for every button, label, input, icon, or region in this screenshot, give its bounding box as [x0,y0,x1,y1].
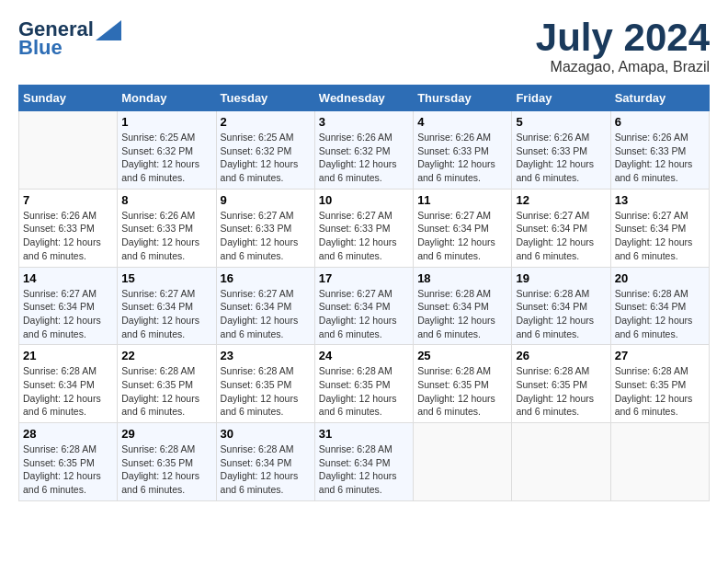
calendar-cell [610,423,709,501]
day-number: 24 [319,349,409,362]
day-info: Sunrise: 6:28 AMSunset: 6:35 PMDaylight:… [121,442,211,497]
calendar-cell: 17Sunrise: 6:27 AMSunset: 6:34 PMDayligh… [314,267,413,345]
day-info: Sunrise: 6:27 AMSunset: 6:34 PMDaylight:… [121,287,211,341]
day-number: 21 [23,349,113,362]
day-info: Sunrise: 6:27 AMSunset: 6:34 PMDaylight:… [221,287,311,341]
day-info: Sunrise: 6:27 AMSunset: 6:34 PMDaylight:… [23,287,113,341]
day-info: Sunrise: 6:26 AMSunset: 6:33 PMDaylight:… [417,131,507,185]
day-number: 30 [221,427,311,441]
calendar-cell: 22Sunrise: 6:28 AMSunset: 6:35 PMDayligh… [118,345,216,423]
calendar-cell: 28Sunrise: 6:28 AMSunset: 6:35 PMDayligh… [19,423,118,501]
calendar-cell: 7Sunrise: 6:26 AMSunset: 6:33 PMDaylight… [19,189,118,267]
day-info: Sunrise: 6:28 AMSunset: 6:34 PMDaylight:… [23,364,113,419]
calendar-cell: 10Sunrise: 6:27 AMSunset: 6:33 PMDayligh… [314,189,413,267]
day-number: 6 [615,115,705,129]
calendar-cell: 23Sunrise: 6:28 AMSunset: 6:35 PMDayligh… [216,345,314,423]
day-number: 17 [319,271,409,285]
day-info: Sunrise: 6:28 AMSunset: 6:34 PMDaylight:… [221,442,311,497]
calendar-cell: 26Sunrise: 6:28 AMSunset: 6:35 PMDayligh… [512,345,610,423]
day-info: Sunrise: 6:27 AMSunset: 6:34 PMDaylight:… [516,209,606,263]
day-number: 23 [221,349,311,362]
calendar-table: SundayMondayTuesdayWednesdayThursdayFrid… [18,85,710,501]
calendar-cell: 2Sunrise: 6:25 AMSunset: 6:32 PMDaylight… [216,111,314,190]
day-info: Sunrise: 6:28 AMSunset: 6:34 PMDaylight:… [615,287,705,341]
header-day-monday: Monday [118,86,216,111]
calendar-week-row: 1Sunrise: 6:25 AMSunset: 6:32 PMDaylight… [19,111,710,190]
day-info: Sunrise: 6:27 AMSunset: 6:34 PMDaylight:… [417,209,507,263]
day-number: 5 [516,115,606,129]
calendar-cell: 24Sunrise: 6:28 AMSunset: 6:35 PMDayligh… [314,345,413,423]
calendar-body: 1Sunrise: 6:25 AMSunset: 6:32 PMDaylight… [19,111,710,501]
calendar-cell: 27Sunrise: 6:28 AMSunset: 6:35 PMDayligh… [610,345,709,423]
day-number: 25 [417,349,507,362]
calendar-cell: 11Sunrise: 6:27 AMSunset: 6:34 PMDayligh… [414,189,512,267]
day-number: 20 [615,271,705,285]
day-info: Sunrise: 6:27 AMSunset: 6:34 PMDaylight:… [615,209,705,263]
day-number: 1 [121,115,211,129]
calendar-cell: 30Sunrise: 6:28 AMSunset: 6:34 PMDayligh… [216,423,314,501]
day-info: Sunrise: 6:27 AMSunset: 6:33 PMDaylight:… [221,209,311,263]
day-info: Sunrise: 6:28 AMSunset: 6:34 PMDaylight:… [516,287,606,341]
day-info: Sunrise: 6:28 AMSunset: 6:34 PMDaylight:… [319,442,409,497]
day-info: Sunrise: 6:25 AMSunset: 6:32 PMDaylight:… [221,131,311,185]
header-day-saturday: Saturday [610,86,709,111]
header-day-tuesday: Tuesday [216,86,314,111]
logo-icon [96,20,121,40]
calendar-cell: 16Sunrise: 6:27 AMSunset: 6:34 PMDayligh… [216,267,314,345]
calendar-cell [512,423,610,501]
day-info: Sunrise: 6:28 AMSunset: 6:35 PMDaylight:… [319,364,409,419]
day-number: 7 [23,193,113,207]
calendar-cell: 29Sunrise: 6:28 AMSunset: 6:35 PMDayligh… [118,423,216,501]
day-info: Sunrise: 6:28 AMSunset: 6:35 PMDaylight:… [417,364,507,419]
day-info: Sunrise: 6:25 AMSunset: 6:32 PMDaylight:… [121,131,211,185]
day-number: 15 [121,271,211,285]
day-number: 19 [516,271,606,285]
page-header: General Blue July 2024 Mazagao, Amapa, B… [18,18,710,75]
calendar-cell: 12Sunrise: 6:27 AMSunset: 6:34 PMDayligh… [512,189,610,267]
calendar-cell: 25Sunrise: 6:28 AMSunset: 6:35 PMDayligh… [414,345,512,423]
svg-marker-0 [96,20,121,40]
day-number: 16 [221,271,311,285]
location: Mazagao, Amapa, Brazil [536,59,710,75]
calendar-cell: 20Sunrise: 6:28 AMSunset: 6:34 PMDayligh… [610,267,709,345]
title-block: July 2024 Mazagao, Amapa, Brazil [536,18,710,75]
calendar-cell: 9Sunrise: 6:27 AMSunset: 6:33 PMDaylight… [216,189,314,267]
calendar-cell: 6Sunrise: 6:26 AMSunset: 6:33 PMDaylight… [610,111,709,190]
day-info: Sunrise: 6:28 AMSunset: 6:35 PMDaylight:… [516,364,606,419]
calendar-cell: 15Sunrise: 6:27 AMSunset: 6:34 PMDayligh… [118,267,216,345]
header-day-thursday: Thursday [414,86,512,111]
calendar-cell: 1Sunrise: 6:25 AMSunset: 6:32 PMDaylight… [118,111,216,190]
calendar-cell: 31Sunrise: 6:28 AMSunset: 6:34 PMDayligh… [314,423,413,501]
calendar-cell: 13Sunrise: 6:27 AMSunset: 6:34 PMDayligh… [610,189,709,267]
calendar-cell [19,111,118,190]
day-number: 13 [615,193,705,207]
day-number: 26 [516,349,606,362]
calendar-cell: 4Sunrise: 6:26 AMSunset: 6:33 PMDaylight… [414,111,512,190]
day-info: Sunrise: 6:28 AMSunset: 6:35 PMDaylight:… [615,364,705,419]
day-info: Sunrise: 6:26 AMSunset: 6:33 PMDaylight:… [23,209,113,263]
day-number: 22 [121,349,211,362]
day-number: 8 [121,193,211,207]
day-number: 27 [615,349,705,362]
calendar-cell: 3Sunrise: 6:26 AMSunset: 6:32 PMDaylight… [314,111,413,190]
day-number: 10 [319,193,409,207]
calendar-cell: 19Sunrise: 6:28 AMSunset: 6:34 PMDayligh… [512,267,610,345]
calendar-cell: 5Sunrise: 6:26 AMSunset: 6:33 PMDaylight… [512,111,610,190]
day-info: Sunrise: 6:26 AMSunset: 6:32 PMDaylight:… [319,131,409,185]
calendar-cell: 14Sunrise: 6:27 AMSunset: 6:34 PMDayligh… [19,267,118,345]
day-number: 18 [417,271,507,285]
day-number: 3 [319,115,409,129]
header-day-friday: Friday [512,86,610,111]
calendar-week-row: 7Sunrise: 6:26 AMSunset: 6:33 PMDaylight… [19,189,710,267]
day-info: Sunrise: 6:27 AMSunset: 6:34 PMDaylight:… [319,287,409,341]
day-info: Sunrise: 6:28 AMSunset: 6:34 PMDaylight:… [417,287,507,341]
day-number: 28 [23,427,113,441]
calendar-header: SundayMondayTuesdayWednesdayThursdayFrid… [19,86,710,111]
day-number: 29 [121,427,211,441]
logo: General Blue [18,18,121,59]
header-day-sunday: Sunday [19,86,118,111]
calendar-cell [414,423,512,501]
day-number: 11 [417,193,507,207]
month-title: July 2024 [536,18,710,57]
calendar-cell: 18Sunrise: 6:28 AMSunset: 6:34 PMDayligh… [414,267,512,345]
